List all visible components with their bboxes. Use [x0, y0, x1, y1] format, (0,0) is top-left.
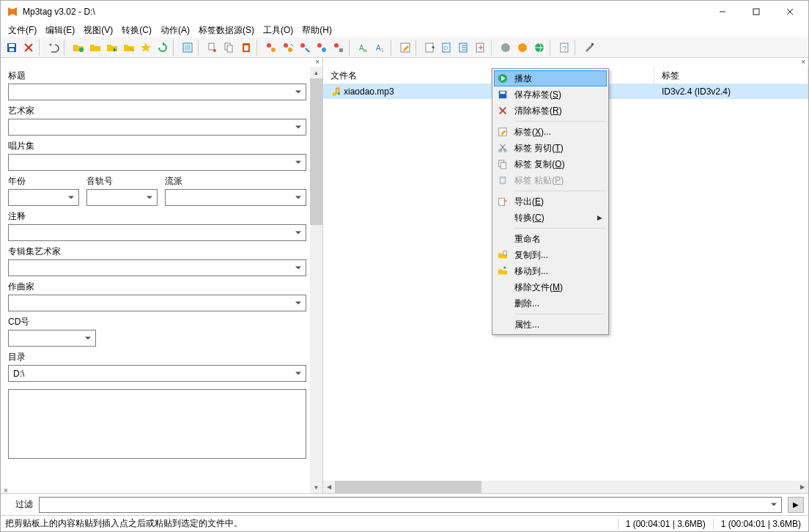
filter-close-icon[interactable]: × [4, 487, 8, 495]
autonumber-icon[interactable]: A1 [372, 40, 388, 56]
menu-tag-sources[interactable]: 标签数据源(S) [194, 23, 259, 38]
refresh-icon[interactable] [155, 40, 171, 56]
label-composer: 作曲家 [8, 281, 306, 293]
ctx-item[interactable]: 复制到... [494, 247, 607, 263]
ctx-item[interactable]: 转换(C)▶ [494, 210, 607, 226]
svg-rect-6 [10, 48, 14, 51]
ctx-item-label: 转换(C) [514, 212, 544, 224]
edit-tag-icon[interactable] [397, 40, 413, 56]
case-icon[interactable]: Aa [355, 40, 372, 56]
menu-edit[interactable]: 编辑(E) [41, 23, 79, 38]
save-icon [497, 89, 509, 100]
input-comment[interactable] [8, 224, 306, 241]
app-icon [7, 6, 18, 18]
close-button[interactable] [773, 1, 807, 23]
folder-play-icon[interactable] [104, 40, 120, 56]
minimize-button[interactable] [706, 1, 739, 23]
folder-tag-icon[interactable] [121, 40, 137, 56]
delete-icon[interactable] [21, 40, 37, 56]
save-icon[interactable] [4, 40, 20, 56]
input-album-artist[interactable] [8, 259, 306, 276]
ctx-item[interactable]: 删除... [494, 295, 607, 311]
svg-point-22 [300, 43, 305, 48]
action-4-icon[interactable] [314, 40, 330, 56]
input-year[interactable] [8, 189, 79, 206]
directory-value: D:\ [13, 369, 24, 379]
menu-actions[interactable]: 动作(A) [156, 23, 194, 38]
tag-paste-icon[interactable] [238, 40, 254, 56]
web-2-icon[interactable] [514, 40, 531, 56]
menu-convert[interactable]: 转换(C) [117, 23, 156, 38]
help-icon[interactable]: ? [556, 40, 572, 56]
ctx-item[interactable]: 清除标签(R) [494, 103, 607, 119]
tag-panel-scrollbar[interactable]: ▲ ▼ [310, 67, 322, 493]
tag-panel-close-icon[interactable]: × [1, 58, 322, 67]
input-discnumber[interactable] [8, 330, 96, 347]
status-seg-2: 1 (00:04:01 | 3.6MB) [713, 519, 808, 529]
cut-icon [497, 142, 509, 154]
ctx-item[interactable]: 移除文件(M) [494, 279, 607, 295]
menu-view[interactable]: 视图(V) [79, 23, 117, 38]
ctx-item-label: 导出(E) [514, 196, 544, 208]
svg-rect-26 [339, 48, 343, 52]
ctx-item[interactable]: 标签(X)... [494, 124, 607, 140]
input-directory[interactable]: D:\ [8, 365, 306, 382]
favorite-icon[interactable] [138, 40, 154, 56]
svg-rect-57 [499, 199, 505, 206]
web-3-icon[interactable] [531, 40, 547, 56]
maximize-button[interactable] [739, 1, 773, 23]
ctx-item[interactable]: 移动到... [494, 263, 607, 279]
ctx-item-label: 播放 [514, 73, 532, 85]
folder-add-icon[interactable] [70, 40, 86, 56]
input-artist[interactable] [8, 119, 306, 136]
export-3-icon[interactable] [456, 40, 472, 56]
ctx-separator [514, 191, 605, 191]
tag-panel: × 标题 艺术家 唱片集 年份 音轨号 流派 注释 专辑集艺术家 作曲家 CD号… [1, 58, 323, 493]
input-title[interactable] [8, 84, 306, 100]
menu-tools[interactable]: 工具(O) [259, 23, 298, 38]
action-1-icon[interactable] [263, 40, 279, 56]
tag-cut-icon[interactable] [204, 40, 221, 56]
export-1-icon[interactable] [422, 40, 438, 56]
col-filename[interactable]: 文件名 [323, 67, 492, 84]
svg-text:A: A [376, 44, 381, 52]
input-genre[interactable] [165, 189, 307, 206]
ctx-item[interactable]: 导出(E) [494, 193, 607, 210]
ctx-item[interactable]: 保存标签(S) [494, 86, 607, 103]
undo-icon[interactable] [45, 40, 62, 56]
svg-text:a: a [363, 47, 367, 53]
filter-input[interactable] [39, 497, 782, 513]
input-composer[interactable] [8, 295, 306, 311]
folder-open-icon[interactable] [87, 40, 103, 56]
action-3-icon[interactable] [297, 40, 313, 56]
toolbar: Aa A1 D ? [1, 37, 808, 58]
file-panel-close-icon[interactable]: × [323, 58, 808, 67]
action-5-icon[interactable] [330, 40, 347, 56]
filter-go-button[interactable]: ▶ [788, 497, 804, 513]
col-tag[interactable]: 标签 [654, 67, 808, 84]
blank-icon [497, 233, 509, 245]
ctx-item[interactable]: 重命名 [494, 231, 607, 247]
ctx-item[interactable]: 属性... [494, 317, 607, 333]
ctx-item[interactable]: 标签 复制(O) [494, 156, 607, 172]
cover-art-box[interactable] [8, 389, 306, 459]
action-2-icon[interactable] [280, 40, 296, 56]
label-directory: 目录 [8, 351, 306, 363]
ctx-item-label: 标签 剪切(T) [514, 142, 564, 155]
ctx-item[interactable]: 标签 剪切(T) [494, 140, 607, 156]
web-1-icon[interactable] [498, 40, 514, 56]
input-track[interactable] [86, 189, 158, 206]
select-all-icon[interactable] [180, 40, 196, 56]
input-album[interactable] [8, 154, 306, 171]
statusbar: 把剪贴板上的内容粘贴到插入点之后或粘贴到选定的文件中。 1 (00:04:01 … [1, 515, 808, 531]
menu-help[interactable]: 帮助(H) [298, 23, 336, 38]
settings-icon[interactable] [581, 40, 597, 56]
ctx-item[interactable]: 播放 [494, 70, 607, 86]
tag-copy-icon[interactable] [221, 40, 237, 56]
export-4-icon[interactable] [473, 40, 489, 56]
file-list-panel: × 文件名 路径 标签 xiaodao.mp3 ID3v2.4 (ID3v2.4… [323, 58, 808, 493]
export-2-icon[interactable]: D [439, 40, 455, 56]
file-list-hscrollbar[interactable]: ◀▶ [323, 481, 808, 493]
svg-text:D: D [444, 45, 448, 51]
menu-file[interactable]: 文件(F) [4, 23, 41, 38]
